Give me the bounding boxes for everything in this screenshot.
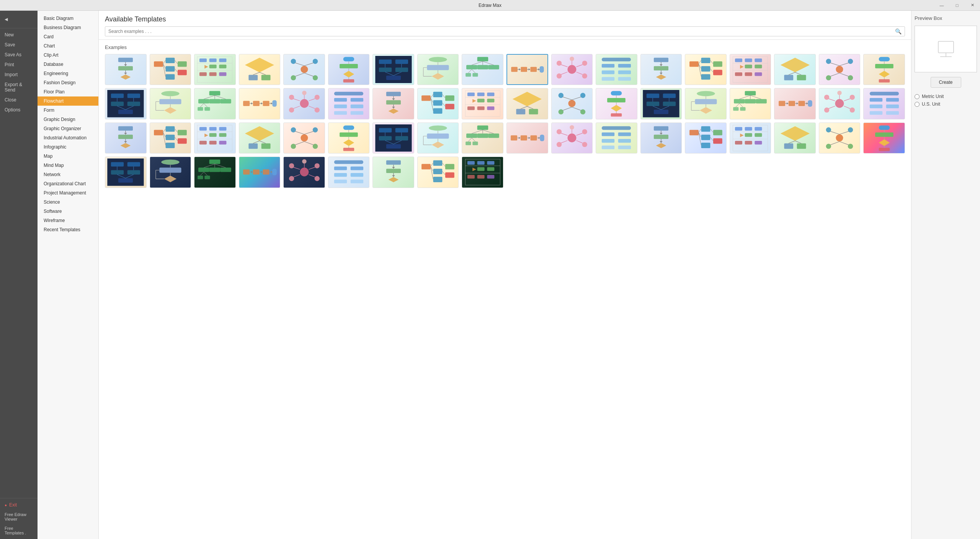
template-thumb[interactable] — [328, 122, 370, 154]
template-thumb[interactable] — [283, 157, 325, 188]
template-thumb[interactable] — [239, 54, 281, 85]
template-thumb[interactable] — [372, 54, 414, 85]
template-thumb[interactable] — [328, 157, 370, 188]
template-thumb[interactable] — [283, 88, 325, 119]
sidebar-item-print[interactable]: Print — [0, 60, 38, 70]
sidebar-item-save[interactable]: Save — [0, 40, 38, 50]
template-thumb[interactable] — [819, 122, 861, 154]
category-item-database[interactable]: Database — [38, 60, 98, 69]
template-thumb[interactable] — [685, 54, 727, 85]
template-thumb[interactable] — [105, 122, 147, 154]
category-item-graphic-organizer[interactable]: Graphic Organizer — [38, 124, 98, 133]
category-item-industrial-automation[interactable]: Industrial Automation — [38, 133, 98, 142]
category-item-engineering[interactable]: Engineering — [38, 69, 98, 78]
template-thumb[interactable] — [819, 54, 861, 85]
category-item-card[interactable]: Card — [38, 32, 98, 41]
template-thumb[interactable] — [640, 54, 682, 85]
sidebar-item-close[interactable]: Close — [0, 95, 38, 105]
sidebar-item-new[interactable]: New — [0, 30, 38, 40]
template-thumb[interactable] — [774, 88, 816, 119]
template-thumb[interactable] — [596, 88, 637, 119]
category-item-project-management[interactable]: Project Management — [38, 188, 98, 198]
template-thumb[interactable] — [372, 157, 414, 188]
us-unit-option[interactable]: U.S. Unit — [915, 101, 977, 107]
template-thumb[interactable] — [462, 54, 503, 85]
template-thumb[interactable] — [150, 122, 191, 154]
maximize-button[interactable]: □ — [949, 0, 965, 10]
metric-unit-option[interactable]: Metric Unit — [915, 94, 977, 99]
template-thumb[interactable] — [863, 54, 905, 85]
sidebar-item-exit[interactable]: ● Exit — [0, 500, 38, 510]
template-thumb[interactable] — [194, 157, 236, 188]
search-input[interactable] — [108, 29, 895, 34]
template-thumb[interactable] — [685, 88, 727, 119]
template-thumb[interactable] — [863, 122, 905, 154]
metric-unit-radio[interactable] — [915, 94, 920, 99]
template-thumb[interactable] — [283, 54, 325, 85]
template-thumb[interactable] — [462, 122, 503, 154]
sidebar-item-free-viewer[interactable]: Free Edraw Viewer — [0, 510, 38, 524]
template-thumb[interactable] — [551, 54, 593, 85]
template-thumb[interactable] — [685, 122, 727, 154]
template-thumb[interactable] — [372, 122, 414, 154]
sidebar-item-options[interactable]: Options — [0, 105, 38, 115]
template-thumb[interactable] — [328, 54, 370, 85]
sidebar-item-import[interactable]: Import — [0, 70, 38, 80]
template-thumb[interactable] — [194, 88, 236, 119]
category-item-flowchart[interactable]: Flowchart — [38, 96, 98, 106]
template-thumb[interactable] — [417, 54, 459, 85]
category-item-map[interactable]: Map — [38, 152, 98, 161]
template-thumb[interactable] — [462, 88, 503, 119]
template-thumb[interactable] — [150, 54, 191, 85]
sidebar-back-button[interactable]: ◀ — [0, 14, 38, 25]
template-thumb[interactable] — [372, 88, 414, 119]
template-thumb[interactable] — [194, 122, 236, 154]
category-item-wireframe[interactable]: Wireframe — [38, 216, 98, 225]
template-thumb[interactable] — [283, 122, 325, 154]
template-thumb[interactable] — [239, 88, 281, 119]
template-thumb[interactable] — [239, 122, 281, 154]
template-thumb[interactable] — [150, 157, 191, 188]
minimize-button[interactable]: — — [934, 0, 949, 10]
sidebar-item-free-templates[interactable]: Free Templates . — [0, 524, 38, 537]
sidebar-item-export[interactable]: Export & Send — [0, 80, 38, 95]
template-thumb[interactable] — [105, 157, 147, 188]
category-item-network[interactable]: Network — [38, 170, 98, 179]
template-thumb[interactable] — [730, 54, 771, 85]
template-thumb[interactable] — [774, 122, 816, 154]
template-thumb[interactable] — [774, 54, 816, 85]
create-button[interactable]: Create — [931, 77, 961, 88]
template-thumb[interactable] — [462, 157, 503, 188]
us-unit-radio[interactable] — [915, 102, 920, 107]
template-thumb[interactable] — [328, 88, 370, 119]
category-item-infographic[interactable]: Infographic — [38, 142, 98, 152]
category-item-form[interactable]: Form — [38, 106, 98, 115]
template-thumb[interactable] — [239, 157, 281, 188]
template-thumb[interactable] — [194, 54, 236, 85]
template-thumb[interactable] — [640, 88, 682, 119]
template-thumb[interactable] — [596, 122, 637, 154]
category-item-organizational-chart[interactable]: Organizational Chart — [38, 179, 98, 188]
sidebar-item-save-as[interactable]: Save As — [0, 50, 38, 60]
template-thumb[interactable] — [105, 54, 147, 85]
template-thumb[interactable] — [551, 88, 593, 119]
category-item-graphic-design[interactable]: Graphic Design — [38, 115, 98, 124]
template-thumb[interactable] — [730, 122, 771, 154]
category-item-software[interactable]: Software — [38, 207, 98, 216]
template-thumb[interactable] — [150, 88, 191, 119]
category-item-business-diagram[interactable]: Business Diagram — [38, 23, 98, 32]
template-thumb[interactable] — [417, 88, 459, 119]
close-button[interactable]: ✕ — [965, 0, 980, 10]
category-item-fashion-design[interactable]: Fashion Design — [38, 78, 98, 87]
category-item-clip-art[interactable]: Clip Art — [38, 51, 98, 60]
template-thumb[interactable] — [863, 88, 905, 119]
category-item-science[interactable]: Science — [38, 198, 98, 207]
template-thumb[interactable] — [596, 54, 637, 85]
template-thumb[interactable] — [506, 88, 548, 119]
template-thumb[interactable] — [819, 88, 861, 119]
template-thumb[interactable] — [551, 122, 593, 154]
category-item-recent-templates[interactable]: Recent Templates — [38, 225, 98, 234]
template-thumb[interactable] — [417, 157, 459, 188]
template-thumb[interactable] — [417, 122, 459, 154]
category-item-basic-diagram[interactable]: Basic Diagram — [38, 14, 98, 23]
